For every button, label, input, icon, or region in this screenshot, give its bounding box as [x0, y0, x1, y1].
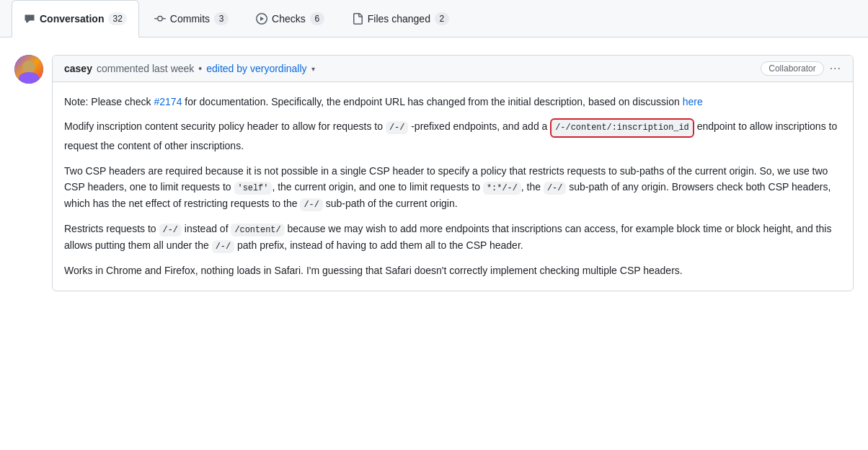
p2-text-before: Modify inscription content security poli… [64, 120, 386, 132]
p1-text-before: Note: Please check [64, 96, 154, 107]
tab-checks-count: 6 [310, 12, 324, 25]
checks-icon [256, 13, 267, 25]
collaborator-badge: Collaborator [761, 61, 823, 76]
tab-commits-count: 3 [214, 12, 229, 25]
tab-checks[interactable]: Checks 6 [244, 0, 337, 38]
comment-header: casey commented last week • edited by ve… [53, 56, 853, 82]
conversation-icon [24, 13, 35, 25]
tab-checks-label: Checks [272, 13, 306, 25]
comment-paragraph-2: Modify inscription content security poli… [64, 118, 841, 154]
comment-body: Note: Please check #2174 for documentati… [53, 82, 853, 291]
files-changed-icon [352, 13, 363, 25]
avatar-image [14, 55, 43, 84]
tab-conversation-count: 32 [108, 12, 126, 25]
p3-code2: *:*/-/ [483, 182, 521, 195]
tab-conversation-label: Conversation [40, 13, 104, 25]
p2-code-highlighted: /-/content/:inscription_id [550, 118, 694, 138]
p3-text-middle: , the current origin, and one to limit r… [272, 181, 483, 193]
comment-paragraph-4: Restricts requests to /-/ instead of /co… [64, 221, 841, 254]
p3-code4: /-/ [300, 198, 322, 211]
tab-files-changed[interactable]: Files changed 2 [340, 0, 461, 38]
comment-header-right: Collaborator ··· [761, 61, 841, 76]
p4-code3: /-/ [212, 240, 234, 253]
more-options-button[interactable]: ··· [830, 62, 841, 75]
p3-text-end: sub-path of the current origin. [323, 198, 458, 209]
comment-paragraph-5: Works in Chrome and Firefox, nothing loa… [64, 262, 841, 278]
dropdown-arrow-icon[interactable]: ▾ [311, 65, 315, 73]
comment-box: casey commented last week • edited by ve… [52, 55, 854, 291]
commits-icon [154, 13, 166, 25]
p2-text-middle: -prefixed endpoints, and add a [408, 120, 550, 132]
tab-commits-label: Commits [170, 13, 210, 25]
comment-action: commented last week [97, 63, 194, 74]
p3-code3: /-/ [544, 182, 566, 195]
p4-code1: /-/ [159, 224, 182, 237]
p3-text-middle2: , the [521, 181, 544, 193]
tab-bar: Conversation 32 Commits 3 Checks 6 Files… [0, 0, 868, 38]
comment-wrapper: casey commented last week • edited by ve… [14, 55, 854, 291]
main-content: casey commented last week • edited by ve… [0, 38, 868, 303]
p1-text-after: for documentation. Specifically, the end… [182, 96, 682, 107]
comment-header-left: casey commented last week • edited by ve… [64, 63, 315, 74]
comment-paragraph-1: Note: Please check #2174 for documentati… [64, 94, 841, 110]
p4-text-end: path prefix, instead of having to add th… [234, 239, 523, 251]
tab-commits[interactable]: Commits 3 [142, 0, 241, 38]
tab-files-changed-count: 2 [435, 12, 449, 25]
p1-link-here[interactable]: here [683, 96, 703, 107]
p4-code2: /content/ [231, 224, 284, 237]
p3-code1: 'self' [234, 182, 273, 195]
p1-link-2174[interactable]: #2174 [154, 96, 182, 107]
comment-paragraph-3: Two CSP headers are required because it … [64, 163, 841, 212]
p2-code1: /-/ [386, 121, 408, 134]
avatar [14, 55, 43, 84]
p4-text-before: Restricts requests to [64, 223, 159, 234]
tab-files-changed-label: Files changed [368, 13, 430, 25]
tab-conversation[interactable]: Conversation 32 [12, 0, 139, 38]
comment-edited-link[interactable]: edited by veryordinally [206, 63, 306, 74]
p4-text-middle: instead of [182, 223, 231, 234]
comment-username[interactable]: casey [64, 63, 92, 74]
comment-separator: • [198, 63, 202, 74]
